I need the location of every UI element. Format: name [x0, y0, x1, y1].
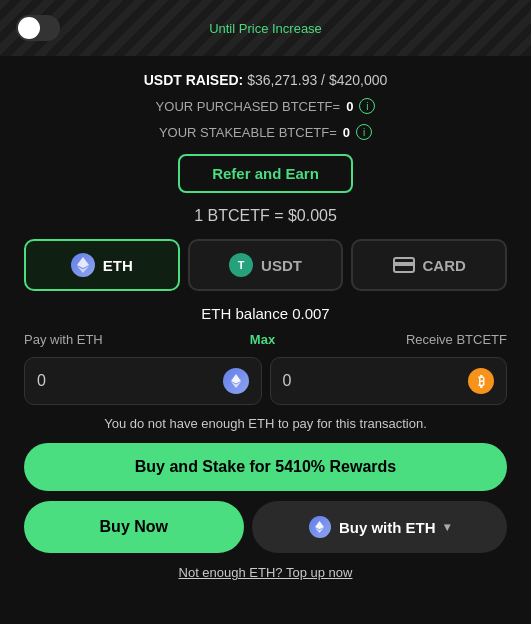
buy-now-button[interactable]: Buy Now: [24, 501, 244, 553]
pay-eth-icon: [223, 368, 249, 394]
receive-label: Receive BTCETF: [281, 332, 507, 347]
tab-eth[interactable]: ETH: [24, 239, 180, 291]
buy-with-button[interactable]: Buy with ETH ▾: [252, 501, 507, 553]
stakeable-label: YOUR STAKEABLE BTCETF=: [159, 125, 337, 140]
price-increase-label: Until Price Increase: [60, 21, 471, 36]
purchased-value: 0: [346, 99, 353, 114]
warning-text: You do not have enough ETH to pay for th…: [104, 415, 427, 433]
stakeable-info-icon[interactable]: i: [356, 124, 372, 140]
toggle-knob: [18, 17, 40, 39]
buy-with-eth-icon: [309, 516, 331, 538]
top-up-link[interactable]: Not enough ETH? Top up now: [179, 565, 353, 580]
refer-earn-button[interactable]: Refer and Earn: [178, 154, 353, 193]
eth-icon: [71, 253, 95, 277]
max-button[interactable]: Max: [250, 332, 275, 347]
tab-usdt[interactable]: T USDT: [188, 239, 344, 291]
input-labels: Pay with ETH Max Receive BTCETF: [24, 332, 507, 347]
balance-display: ETH balance 0.007: [201, 305, 329, 322]
usdt-raised-row: USDT RAISED: $36,271.93 / $420,000: [144, 72, 388, 88]
receive-btc-icon: ₿: [468, 368, 494, 394]
tab-usdt-label: USDT: [261, 257, 302, 274]
buy-with-eth-label: Buy with ETH: [339, 519, 436, 536]
main-content: USDT RAISED: $36,271.93 / $420,000 YOUR …: [0, 56, 531, 596]
pay-input[interactable]: [37, 372, 215, 390]
tab-card[interactable]: CARD: [351, 239, 507, 291]
usdt-raised-value: $36,271.93 / $420,000: [247, 72, 387, 88]
usdt-icon: T: [229, 253, 253, 277]
exchange-rate: 1 BTCETF = $0.005: [194, 207, 337, 225]
tab-card-label: CARD: [423, 257, 466, 274]
toggle-switch[interactable]: [16, 15, 60, 41]
stakeable-value: 0: [343, 125, 350, 140]
card-icon: [393, 257, 415, 273]
receive-input[interactable]: [283, 372, 461, 390]
purchased-label: YOUR PURCHASED BTCETF=: [156, 99, 341, 114]
usdt-raised-label: USDT RAISED:: [144, 72, 244, 88]
stakeable-row: YOUR STAKEABLE BTCETF= 0 i: [159, 124, 372, 140]
buy-stake-button[interactable]: Buy and Stake for 5410% Rewards: [24, 443, 507, 491]
pay-label: Pay with ETH: [24, 332, 250, 347]
pay-input-box: [24, 357, 262, 405]
purchased-info-icon[interactable]: i: [359, 98, 375, 114]
purchased-row: YOUR PURCHASED BTCETF= 0 i: [156, 98, 376, 114]
main-container: Until Price Increase USDT RAISED: $36,27…: [0, 0, 531, 624]
tab-eth-label: ETH: [103, 257, 133, 274]
chevron-down-icon: ▾: [444, 520, 450, 534]
stripe-header: Until Price Increase: [0, 0, 531, 56]
inputs-row: ₿: [24, 357, 507, 405]
receive-input-box: ₿: [270, 357, 508, 405]
bottom-row: Buy Now Buy with ETH ▾: [24, 501, 507, 553]
payment-tabs: ETH T USDT CARD: [24, 239, 507, 291]
